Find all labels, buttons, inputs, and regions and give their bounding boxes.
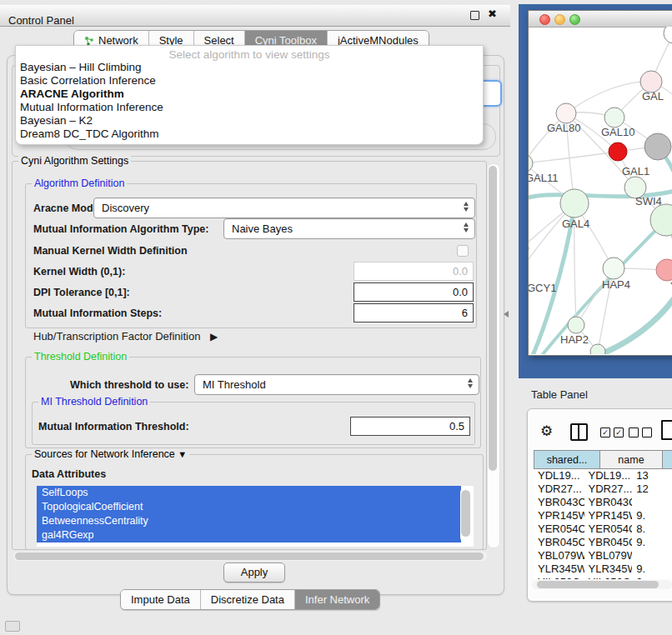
data-attributes-label: Data Attributes — [32, 468, 106, 480]
attribute-item[interactable]: gal4RGexp — [37, 528, 461, 542]
node-gal1-label: GAL1 — [622, 165, 649, 178]
node-red[interactable] — [609, 142, 627, 161]
stepper-arrows-icon — [464, 222, 469, 232]
control-panel-titlebar: Control Panel — [0, 5, 510, 27]
dpi-tolerance-field[interactable]: 0.0 — [354, 282, 474, 302]
attributes-scrollbar[interactable] — [460, 488, 471, 542]
algorithm-option[interactable]: Dream8 DC_TDC Algorithm — [16, 128, 483, 141]
zoom-traffic-light-icon[interactable] — [569, 14, 580, 25]
tab-discretize-data[interactable]: Discretize Data — [201, 590, 295, 609]
table-row[interactable]: YDL19...YDL19...13 — [534, 469, 672, 482]
aracne-mode-select[interactable]: Discovery — [93, 198, 475, 218]
settings-scrollbar[interactable] — [487, 163, 500, 548]
mi-steps-field[interactable]: 6 — [354, 303, 474, 322]
tab-infer-network[interactable]: Infer Network — [295, 590, 379, 609]
algorithm-list: Bayesian – Hill ClimbingBasic Correlatio… — [16, 61, 483, 141]
select-all-icon[interactable]: ✓✓ — [600, 428, 624, 438]
export-table-icon[interactable] — [661, 420, 672, 440]
which-threshold-label: Which threshold to use: — [70, 379, 188, 391]
gear-icon[interactable]: ⚙ — [540, 422, 553, 440]
table-row[interactable]: YDR27...YDR27...12 — [534, 482, 672, 496]
tab-impute-data[interactable]: Impute Data — [121, 590, 201, 609]
settings-scrollbar-thumb[interactable] — [489, 166, 497, 471]
manual-kernel-label: Manual Kernel Width Definition — [33, 245, 188, 257]
minimize-traffic-light-icon[interactable] — [554, 14, 565, 25]
network-window-titlebar[interactable] — [529, 11, 672, 28]
node-y[interactable] — [656, 259, 672, 281]
data-attributes-list[interactable]: SelfLoopsTopologicalCoefficientBetweenne… — [37, 486, 474, 547]
table-panel-title: Table Panel — [531, 388, 588, 401]
algorithm-select-popup: Select algorithm to view settings Bayesi… — [15, 45, 484, 145]
table-body[interactable]: YDL19...YDL19...13YDR27...YDR27...12YBR0… — [534, 469, 672, 579]
close-icon[interactable]: ✖ — [488, 8, 497, 20]
manual-kernel-checkbox[interactable] — [457, 245, 469, 257]
network-canvas[interactable]: GALGAL80GAL10GAL11GAL1SWI4GAL4GCY1HAP4YH… — [529, 27, 672, 354]
node-gal10-label: GAL10 — [601, 126, 634, 138]
table-row[interactable]: YPR145WYPR145W9. — [534, 509, 672, 522]
node-gal4[interactable] — [560, 189, 589, 218]
network-edge[interactable] — [529, 152, 618, 163]
node-gal-top-label: GAL — [642, 90, 664, 102]
node-hap2-label: HAP2 — [560, 333, 589, 346]
table-row[interactable]: YBR043CYBR043C — [534, 496, 672, 509]
threshold-definition-legend: Threshold Definition — [32, 351, 129, 362]
algorithm-option[interactable]: Bayesian – K2 — [16, 114, 483, 128]
minimized-panel-icon[interactable] — [5, 621, 20, 632]
algorithm-option[interactable]: ARACNE Algorithm — [16, 88, 483, 101]
table-hscrollbar-thumb[interactable] — [537, 581, 659, 588]
algorithm-option[interactable]: Bayesian – Hill Climbing — [16, 61, 483, 74]
node-hap4[interactable] — [603, 258, 624, 279]
table-row[interactable]: YLR345WYLR345W9. — [534, 562, 672, 576]
settings-hscrollbar-thumb[interactable] — [15, 552, 484, 560]
table-row[interactable]: YBL079WYBL079W — [534, 549, 672, 562]
node-gal80-label: GAL80 — [547, 122, 580, 134]
popup-placeholder: Select algorithm to view settings — [16, 46, 483, 61]
bottom-tabs: Impute Data Discretize Data Infer Networ… — [120, 589, 380, 610]
column-header-name[interactable]: name — [600, 450, 663, 469]
network-view-window: GALGAL80GAL10GAL11GAL1SWI4GAL4GCY1HAP4YH… — [528, 10, 672, 356]
table-row[interactable]: YIL052CYIL052C9. — [534, 576, 672, 579]
node-swi4-label: SWI4 — [635, 195, 662, 208]
attribute-item[interactable]: SelfLoops — [37, 486, 461, 500]
attribute-item[interactable]: BetweennessCentrality — [37, 514, 461, 528]
cyni-settings-legend: Cyni Algorithm Settings — [18, 155, 131, 167]
node-gray[interactable] — [644, 133, 671, 160]
dpi-tolerance-label: DPI Tolerance [0,1]: — [33, 287, 130, 298]
close-traffic-light-icon[interactable] — [539, 14, 550, 25]
attributes-scrollbar-thumb[interactable] — [461, 490, 470, 537]
mi-threshold-label: Mutual Information Threshold: — [38, 421, 189, 432]
apply-button[interactable]: Apply — [223, 562, 285, 582]
mi-type-select[interactable]: Naive Bayes — [223, 218, 475, 239]
hub-definition-toggle[interactable]: Hub/Transcription Factor Definition ▶ — [33, 330, 218, 342]
divider-collapse-arrow[interactable] — [504, 311, 509, 318]
deselect-all-icon[interactable] — [629, 428, 652, 438]
stepper-arrows-icon — [464, 202, 469, 212]
node-hap2[interactable] — [568, 317, 584, 333]
node-partial-top[interactable] — [664, 27, 672, 43]
panel-title: Control Panel — [8, 14, 74, 27]
algorithm-option[interactable]: Mutual Information Inference — [16, 101, 483, 114]
table-hscrollbar[interactable] — [532, 580, 672, 589]
node-gal80[interactable] — [556, 103, 576, 123]
column-header-partial[interactable]: A — [663, 450, 672, 469]
float-panel-icon[interactable] — [470, 11, 479, 20]
mi-steps-label: Mutual Information Steps: — [33, 308, 162, 319]
settings-hscrollbar[interactable] — [13, 552, 487, 561]
aracne-mode-label: Aracne Mode: — [33, 202, 103, 214]
mi-threshold-field[interactable]: 0.5 — [350, 417, 470, 436]
network-edge[interactable] — [594, 292, 672, 354]
kernel-width-field[interactable]: 0.0 — [354, 262, 474, 281]
expanded-arrow-icon[interactable]: ▼ — [178, 449, 187, 459]
algorithm-option[interactable]: Basic Correlation Inference — [16, 74, 483, 88]
network-edge[interactable] — [566, 82, 651, 113]
which-threshold-select[interactable]: MI Threshold — [194, 374, 479, 395]
sources-legend: Sources for Network Inference ▼ — [32, 448, 189, 460]
columns-icon[interactable] — [570, 423, 588, 441]
column-header-shared-name[interactable]: shared... — [534, 450, 600, 469]
table-row[interactable]: YBR045CYBR045C9. — [534, 536, 672, 549]
attribute-item[interactable]: TopologicalCoefficient — [37, 500, 461, 514]
network-icon — [84, 36, 94, 46]
algorithm-definition-legend: Algorithm Definition — [32, 178, 127, 189]
node-gal10[interactable] — [604, 108, 624, 128]
table-row[interactable]: YER054CYER054C8. — [534, 522, 672, 536]
